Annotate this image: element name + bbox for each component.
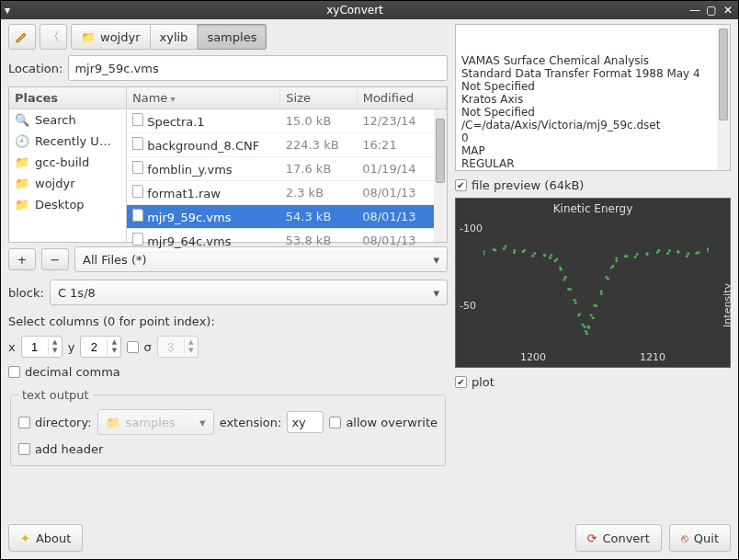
minimize-button[interactable]: —: [688, 4, 701, 17]
place-desktop[interactable]: 📁Desktop: [9, 194, 126, 215]
plot-check[interactable]: plot: [455, 375, 731, 389]
step-down-icon[interactable]: ▼: [108, 347, 120, 355]
file-row[interactable]: mjr9_59c.vms54.3 kB08/01/13: [127, 205, 447, 229]
meta-scrollbar[interactable]: [717, 25, 730, 170]
folder-icon: 📁: [15, 155, 29, 169]
file-row[interactable]: format1.raw2.3 kB08/01/13: [127, 181, 447, 205]
extension-input[interactable]: xy: [287, 411, 324, 433]
svg-point-63: [707, 247, 709, 250]
x-column-value[interactable]: [22, 339, 48, 355]
svg-point-38: [600, 290, 603, 292]
place-wojdyr[interactable]: 📁wojdyr: [9, 173, 126, 194]
y-column-stepper[interactable]: ▲▼: [80, 336, 121, 358]
convert-button[interactable]: ⟳ Convert: [575, 524, 662, 552]
svg-point-34: [592, 316, 595, 319]
svg-point-55: [668, 249, 671, 252]
directory-check[interactable]: directory:: [18, 416, 92, 429]
window-menu-icon[interactable]: ▾: [5, 4, 21, 17]
svg-point-39: [600, 292, 603, 295]
file-icon: [132, 233, 143, 246]
svg-point-25: [574, 299, 576, 302]
window-title: xyConvert: [21, 4, 688, 17]
place-search[interactable]: 🔍Search: [9, 109, 126, 131]
place-gcc-build[interactable]: 📁gcc-build: [9, 152, 126, 173]
nav-up-button[interactable]: 〈: [40, 24, 67, 50]
places-remove-button[interactable]: −: [41, 248, 69, 270]
col-modified[interactable]: Modified: [357, 87, 446, 109]
file-preview-check[interactable]: file preview (64kB): [455, 178, 731, 192]
svg-point-45: [615, 257, 618, 259]
file-row[interactable]: mjr9_64c.vms53.8 kB08/01/13: [127, 229, 447, 253]
sigma-check[interactable]: σ: [127, 340, 151, 354]
breadcrumb-segment-xylib[interactable]: xylib: [151, 24, 199, 50]
clock-icon: 🕘: [15, 134, 29, 148]
chevron-down-icon: ▾: [199, 416, 206, 429]
col-size[interactable]: Size: [280, 87, 357, 109]
location-input[interactable]: mjr9_59c.vms: [68, 55, 448, 81]
x-column-stepper[interactable]: ▲▼: [21, 336, 63, 358]
block-value: C 1s/8: [58, 286, 96, 300]
block-combo[interactable]: C 1s/8 ▾: [50, 280, 448, 305]
file-icon: [132, 137, 143, 150]
svg-point-58: [687, 252, 689, 255]
file-row[interactable]: Spectra.115.0 kB12/23/14: [127, 109, 447, 133]
quit-button[interactable]: ⎋ Quit: [669, 524, 731, 552]
svg-point-24: [574, 302, 577, 304]
file-row[interactable]: fomblin_y.vms17.6 kB01/19/14: [127, 157, 447, 181]
places-header: Places: [9, 87, 126, 109]
search-icon: 🔍: [15, 113, 29, 127]
svg-point-31: [586, 332, 588, 335]
svg-point-0: [483, 250, 485, 253]
col-name[interactable]: Name: [127, 87, 280, 109]
directory-combo[interactable]: 📁samples ▾: [97, 409, 214, 435]
svg-point-61: [695, 252, 698, 255]
y-column-value[interactable]: [81, 339, 107, 355]
svg-point-35: [590, 314, 593, 316]
svg-point-57: [677, 251, 680, 254]
step-up-icon[interactable]: ▲: [108, 338, 120, 347]
file-metadata: VAMAS Surface Chemical Analysis Standard…: [455, 24, 731, 171]
svg-point-20: [564, 276, 567, 279]
svg-point-13: [543, 254, 546, 257]
file-row[interactable]: background_8.CNF224.3 kB16:21: [127, 133, 447, 157]
svg-point-62: [708, 250, 710, 253]
svg-point-54: [666, 252, 669, 255]
decimal-comma-check[interactable]: decimal comma: [8, 365, 120, 379]
text-output-legend: text output: [18, 388, 93, 402]
x-label: x: [8, 340, 16, 354]
edit-path-button[interactable]: [8, 24, 36, 50]
svg-point-9: [522, 250, 525, 253]
svg-point-1: [483, 253, 485, 256]
place-recent[interactable]: 🕘Recently U…: [9, 131, 126, 152]
file-scrollbar[interactable]: [434, 109, 447, 242]
file-icon: [132, 113, 143, 126]
step-down-icon[interactable]: ▼: [49, 347, 62, 355]
about-button[interactable]: ✦ About: [8, 524, 83, 552]
select-columns-label: Select columns (0 for point index):: [8, 314, 448, 328]
allow-overwrite-check[interactable]: allow overwrite: [329, 416, 438, 429]
svg-point-10: [533, 252, 536, 255]
places-add-button[interactable]: +: [8, 248, 36, 270]
svg-point-51: [645, 253, 648, 256]
file-preview-label: file preview (64kB): [472, 178, 584, 192]
maximize-button[interactable]: ▢: [705, 4, 718, 17]
step-up-icon[interactable]: ▲: [49, 338, 62, 347]
directory-value: samples: [126, 416, 176, 429]
svg-point-29: [584, 326, 586, 328]
breadcrumb-label: samples: [207, 30, 256, 44]
add-header-check[interactable]: add header: [18, 442, 103, 456]
svg-point-17: [555, 258, 558, 261]
location-label: Location:: [8, 62, 63, 75]
add-header-label: add header: [35, 442, 103, 456]
close-button[interactable]: ✕: [722, 4, 734, 17]
svg-point-3: [494, 249, 496, 252]
y-label: y: [68, 340, 75, 354]
breadcrumb-segment-samples[interactable]: samples: [198, 24, 267, 50]
breadcrumb-label: xylib: [160, 30, 188, 44]
svg-point-44: [615, 259, 618, 262]
breadcrumb-segment-wojdyr[interactable]: 📁 wojdyr: [71, 24, 151, 50]
plot-xtick: 1210: [640, 351, 665, 363]
sigma-column-stepper[interactable]: ▲▼: [157, 336, 199, 358]
file-filter-value: All Files (*): [83, 253, 147, 267]
pencil-icon: [15, 29, 29, 44]
